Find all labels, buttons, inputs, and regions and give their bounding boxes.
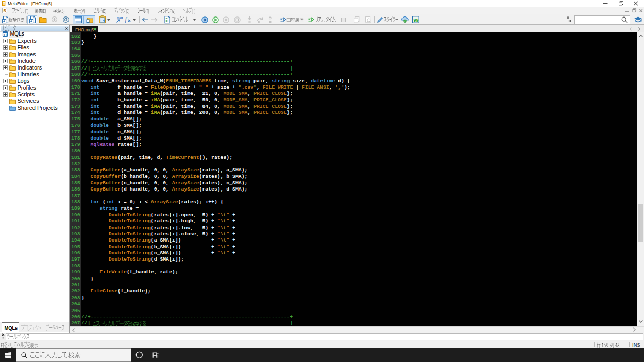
svg-text:99: 99 xyxy=(414,18,419,23)
svg-text:c): c) xyxy=(4,33,7,37)
svg-text:f: f xyxy=(125,16,128,23)
svg-text:VAR: VAR xyxy=(117,16,123,20)
